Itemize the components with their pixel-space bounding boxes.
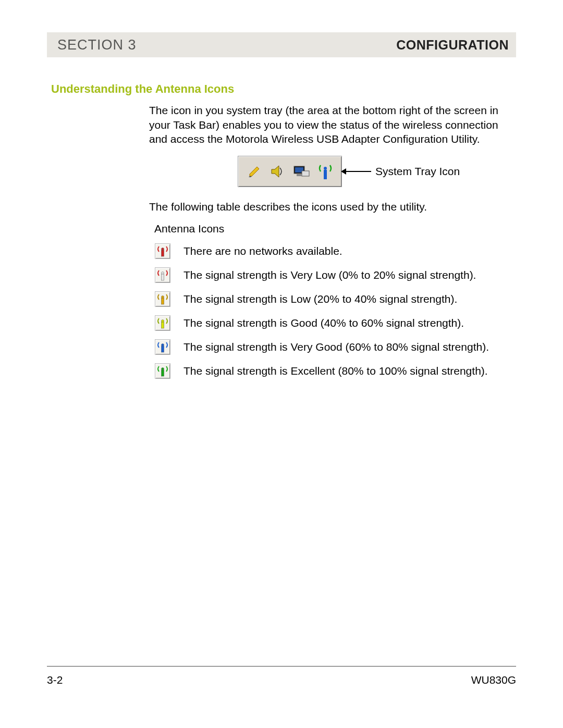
icon-description: The signal strength is Excellent (80% to… [183, 363, 511, 378]
section-title: CONFIGURATION [396, 38, 509, 53]
page-footer: 3-2 WU830G [47, 674, 516, 686]
page-number: 3-2 [47, 674, 63, 686]
svg-marker-0 [250, 167, 259, 176]
following-text: The following table describes the icons … [149, 201, 511, 213]
antenna-very-good-icon [154, 339, 171, 355]
icon-row: There are no networks available. [154, 239, 511, 263]
antenna-signal-icon [317, 161, 333, 182]
antenna-none-icon [154, 243, 171, 260]
icon-row: The signal strength is Good (40% to 60% … [154, 311, 511, 335]
antenna-very-low-icon [154, 267, 171, 283]
icon-description: The signal strength is Low (20% to 40% s… [183, 291, 511, 306]
svg-rect-8 [324, 170, 327, 179]
callout-label: System Tray Icon [375, 165, 460, 178]
antenna-excellent-icon [154, 363, 171, 379]
icon-description: The signal strength is Very Good (60% to… [183, 339, 511, 354]
callout-arrow: System Tray Icon [345, 165, 460, 178]
svg-rect-20 [162, 370, 164, 376]
icon-row: The signal strength is Very Low (0% to 2… [154, 263, 511, 287]
svg-rect-10 [162, 250, 164, 256]
antenna-low-icon [154, 291, 171, 307]
svg-rect-5 [302, 171, 309, 176]
monitor-icon [292, 164, 310, 179]
icon-description: The signal strength is Very Low (0% to 2… [183, 267, 511, 282]
icon-row: The signal strength is Low (20% to 40% s… [154, 287, 511, 311]
model-number: WU830G [471, 674, 516, 686]
icon-description: The signal strength is Good (40% to 60% … [183, 315, 511, 330]
pencil-icon [247, 164, 262, 179]
svg-rect-14 [162, 298, 164, 304]
svg-marker-1 [249, 176, 252, 177]
svg-point-7 [324, 167, 327, 170]
system-tray-callout: System Tray Icon [238, 156, 511, 187]
svg-marker-2 [272, 166, 279, 177]
speaker-icon [270, 164, 285, 179]
icon-table-title: Antenna Icons [154, 223, 511, 235]
section-header: SECTION 3 CONFIGURATION [47, 32, 516, 57]
system-tray-box [238, 156, 342, 187]
icon-row: The signal strength is Very Good (60% to… [154, 335, 511, 359]
svg-rect-16 [162, 322, 164, 328]
svg-rect-12 [162, 274, 164, 280]
subheading: Understanding the Antenna Icons [51, 82, 516, 96]
section-number: SECTION 3 [57, 37, 137, 53]
antenna-icon-table: There are no networks available. The sig… [154, 239, 511, 383]
icon-description: There are no networks available. [183, 243, 511, 258]
icon-row: The signal strength is Excellent (80% to… [154, 359, 511, 383]
antenna-good-icon [154, 315, 171, 331]
svg-rect-18 [162, 346, 164, 352]
footer-rule [47, 666, 516, 667]
intro-paragraph: The icon in you system tray (the area at… [149, 103, 511, 146]
svg-rect-6 [297, 174, 302, 176]
